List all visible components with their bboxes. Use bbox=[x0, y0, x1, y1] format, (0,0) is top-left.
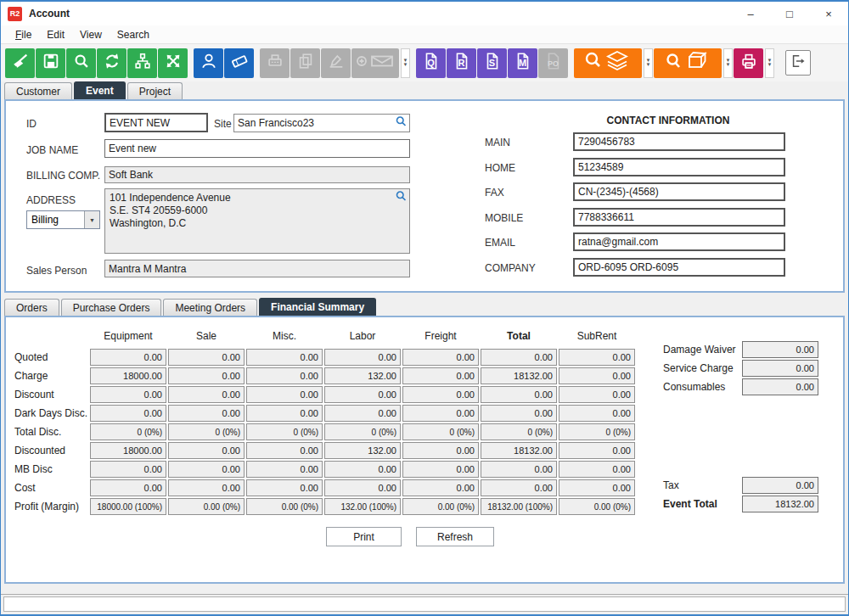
tab-event[interactable]: Event bbox=[74, 81, 126, 99]
lower-tabstrip: Orders Purchase Orders Meeting Orders Fi… bbox=[4, 297, 848, 316]
id-label: ID bbox=[26, 118, 37, 130]
tab-project[interactable]: Project bbox=[127, 82, 183, 99]
person-icon bbox=[200, 52, 218, 74]
search-button[interactable] bbox=[66, 48, 96, 78]
financial-row-label: Discounted bbox=[8, 441, 89, 460]
sale-doc-button[interactable]: S bbox=[477, 48, 507, 78]
financial-cell: 0.00 bbox=[324, 479, 401, 496]
financial-cell: 0.00 bbox=[90, 405, 166, 422]
add-mail-button bbox=[351, 48, 399, 78]
reservation-doc-button[interactable]: R bbox=[447, 48, 476, 78]
main-input[interactable]: 7290456783 bbox=[573, 132, 785, 151]
financial-cell: 0 (0%) bbox=[402, 423, 479, 440]
tab-purchase-orders[interactable]: Purchase Orders bbox=[61, 299, 162, 316]
close-button[interactable]: × bbox=[809, 2, 848, 25]
financial-cell: 0.00 bbox=[90, 461, 166, 478]
print-button[interactable]: Print bbox=[326, 527, 402, 546]
tax-field: 0.00 bbox=[742, 477, 818, 494]
financial-column-header: Labor bbox=[323, 324, 402, 348]
financial-cell: 0.00 bbox=[168, 479, 245, 496]
service-charge-field: 0.00 bbox=[742, 360, 818, 377]
financial-row-label: Discount bbox=[8, 385, 89, 404]
refresh-button-bottom[interactable]: Refresh bbox=[416, 527, 494, 546]
print-dropdown[interactable]: ▼▼ bbox=[765, 48, 774, 78]
job-name-label: JOB NAME bbox=[26, 144, 78, 156]
hierarchy-icon bbox=[133, 52, 152, 74]
address-textarea[interactable]: 101 Independence Avenue S.E. ST4 20559-6… bbox=[104, 188, 410, 254]
expand-button[interactable] bbox=[158, 48, 188, 78]
save-button[interactable] bbox=[36, 48, 65, 78]
quote-doc-button[interactable]: Q bbox=[416, 48, 446, 78]
financial-cell: 18000.00 (100%) bbox=[90, 498, 166, 515]
event-total-label: Event Total bbox=[663, 498, 717, 510]
contact-info-heading: CONTACT INFORMATION bbox=[515, 115, 821, 126]
ticket-button[interactable] bbox=[224, 48, 254, 78]
sales-person-input[interactable]: Mantra M Mantra bbox=[104, 260, 410, 277]
search-item-button[interactable] bbox=[654, 48, 722, 78]
hierarchy-button[interactable] bbox=[127, 48, 157, 78]
separator-line bbox=[1, 584, 848, 595]
meeting-doc-button[interactable]: M bbox=[508, 48, 537, 78]
financial-cell: 0.00 bbox=[168, 461, 245, 478]
financial-cell: 0 (0%) bbox=[246, 423, 323, 440]
billing-comp-input[interactable]: Soft Bank bbox=[104, 166, 410, 183]
maximize-button[interactable]: □ bbox=[770, 2, 809, 25]
status-bar bbox=[3, 596, 846, 612]
email-input[interactable]: ratna@gmail.com bbox=[573, 232, 785, 251]
financial-row-label: Quoted bbox=[8, 348, 89, 367]
copy-icon bbox=[296, 52, 315, 74]
tab-meeting-orders[interactable]: Meeting Orders bbox=[163, 299, 257, 316]
financial-row-label: Dark Days Disc. bbox=[8, 404, 89, 423]
consumables-label: Consumables bbox=[663, 381, 725, 393]
chevron-down-icon[interactable]: ▼ bbox=[84, 211, 99, 228]
financial-row-label: Charge bbox=[8, 367, 89, 385]
mobile-label: MOBILE bbox=[485, 212, 523, 224]
job-name-input[interactable]: Event new bbox=[104, 139, 410, 158]
menu-file[interactable]: File bbox=[8, 27, 39, 42]
financial-cell: 0.00 bbox=[246, 367, 323, 384]
fax-input[interactable]: CN-(2345)-(4568) bbox=[573, 182, 785, 201]
address-type-value: Billing bbox=[27, 214, 84, 226]
financial-cell: 0.00 bbox=[402, 386, 479, 403]
clear-button[interactable] bbox=[5, 48, 35, 78]
financial-cell: 0.00 bbox=[90, 479, 166, 496]
damage-waiver-field: 0.00 bbox=[742, 341, 818, 358]
financial-cell: 0.00 bbox=[481, 461, 557, 478]
financial-cell: 0.00 bbox=[90, 349, 166, 366]
menu-bar: File Edit View Search bbox=[1, 25, 848, 44]
search-stock-button[interactable] bbox=[574, 48, 642, 78]
financial-cell: 0.00 bbox=[402, 405, 479, 422]
toolbar-dropdown[interactable]: ▼▼ bbox=[401, 48, 410, 78]
financial-column-header: Freight bbox=[402, 324, 480, 348]
email-label: EMAIL bbox=[485, 237, 515, 249]
financial-cell: 0 (0%) bbox=[481, 423, 557, 440]
minimize-button[interactable]: – bbox=[731, 2, 770, 25]
menu-edit[interactable]: Edit bbox=[39, 27, 72, 42]
financial-column-header: SubRent bbox=[558, 324, 636, 348]
financial-cell: 0 (0%) bbox=[324, 423, 401, 440]
exit-button[interactable] bbox=[785, 50, 811, 76]
add-mail-icon bbox=[354, 51, 396, 75]
id-input[interactable]: EVENT NEW bbox=[104, 113, 208, 132]
print-toolbar-button[interactable] bbox=[734, 48, 763, 78]
tab-financial-summary[interactable]: Financial Summary bbox=[259, 298, 376, 316]
tab-orders[interactable]: Orders bbox=[4, 299, 59, 316]
company-input[interactable]: ORD-6095 ORD-6095 bbox=[573, 258, 785, 277]
financial-cell: 0.00 bbox=[246, 479, 323, 496]
menu-view[interactable]: View bbox=[72, 27, 110, 42]
search-item-dropdown[interactable]: ▼▼ bbox=[723, 48, 733, 78]
customer-button[interactable] bbox=[194, 48, 223, 78]
financial-cell: 0.00 bbox=[559, 461, 635, 478]
financial-cell: 18000.00 bbox=[90, 367, 166, 384]
search-stock-dropdown[interactable]: ▼▼ bbox=[644, 48, 653, 78]
menu-search[interactable]: Search bbox=[110, 27, 157, 42]
damage-waiver-label: Damage Waiver bbox=[663, 344, 736, 356]
mobile-input[interactable]: 7788336611 bbox=[573, 208, 785, 227]
home-input[interactable]: 51234589 bbox=[573, 158, 785, 176]
financial-cell: 0.00 bbox=[90, 386, 166, 403]
account-window: R2 Account – □ × File Edit View Search bbox=[0, 0, 849, 616]
address-type-select[interactable]: Billing ▼ bbox=[26, 210, 100, 229]
refresh-button[interactable] bbox=[97, 48, 127, 78]
tab-customer[interactable]: Customer bbox=[4, 82, 72, 99]
site-input[interactable]: San Francisco23 bbox=[233, 114, 410, 132]
